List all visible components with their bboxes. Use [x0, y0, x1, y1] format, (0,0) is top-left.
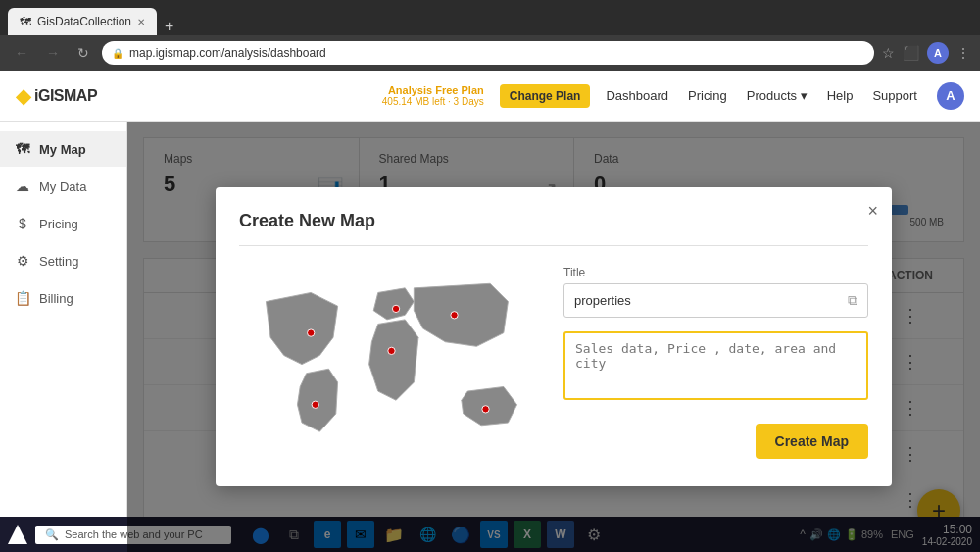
sidebar-item-label: My Map: [39, 142, 86, 157]
bookmark-icon[interactable]: ☆: [882, 45, 895, 61]
change-plan-button[interactable]: Change Plan: [500, 84, 591, 108]
description-form-group: [564, 331, 868, 400]
sidebar-item-label: Setting: [39, 254, 78, 269]
setting-icon: ⚙: [14, 253, 31, 269]
sidebar-item-setting[interactable]: ⚙ Setting: [0, 243, 126, 278]
logo-text: iGISMAP: [34, 87, 97, 105]
logo-icon: ◆: [16, 84, 30, 108]
modal-close-button[interactable]: ×: [867, 201, 878, 222]
address-bar[interactable]: 🔒 map.igismap.com/analysis/dashboard: [102, 41, 874, 65]
back-button[interactable]: ←: [10, 43, 33, 63]
nav-support[interactable]: Support: [872, 88, 917, 103]
svg-point-0: [308, 329, 315, 336]
nav-pricing[interactable]: Pricing: [688, 88, 727, 103]
world-map-svg: [239, 266, 544, 463]
windows-start-icon[interactable]: [8, 525, 27, 544]
extensions-icon[interactable]: ⬛: [903, 45, 919, 61]
world-map-illustration: [239, 266, 544, 463]
nav-help[interactable]: Help: [827, 88, 854, 103]
profile-avatar[interactable]: A: [937, 82, 964, 110]
new-tab-button[interactable]: +: [157, 18, 181, 35]
modal-overlay: Create New Map ×: [127, 122, 980, 552]
svg-point-3: [388, 347, 395, 354]
pricing-icon: $: [14, 216, 31, 231]
title-input-value: properties: [574, 293, 631, 308]
menu-icon[interactable]: ⋮: [956, 45, 970, 61]
title-form-group: Title properties ⧉: [564, 266, 868, 318]
lock-icon: 🔒: [112, 48, 123, 59]
active-tab[interactable]: 🗺 GisDataCollection ✕: [8, 8, 157, 35]
svg-point-4: [312, 401, 318, 408]
plan-detail: 405.14 MB left · 3 Days: [382, 96, 484, 107]
search-icon: 🔍: [45, 528, 59, 541]
nav-dashboard[interactable]: Dashboard: [606, 88, 668, 103]
browser-nav: ← → ↻ 🔒 map.igismap.com/analysis/dashboa…: [0, 35, 980, 71]
svg-point-5: [482, 406, 489, 413]
address-text: map.igismap.com/analysis/dashboard: [129, 46, 326, 60]
description-textarea[interactable]: [564, 331, 868, 400]
copy-icon: ⧉: [848, 292, 858, 309]
modal-body: Title properties ⧉ Create Map: [239, 266, 868, 463]
modal-form: Title properties ⧉ Create Map: [564, 266, 868, 463]
title-label: Title: [564, 266, 868, 279]
sidebar-item-my-map[interactable]: 🗺 My Map: [0, 131, 126, 167]
plan-info: Analysis Free Plan 405.14 MB left · 3 Da…: [382, 84, 484, 107]
browser-profile[interactable]: A: [927, 42, 949, 64]
sidebar-item-label: Pricing: [39, 217, 78, 231]
sidebar-item-my-data[interactable]: ☁ My Data: [0, 169, 126, 204]
nav-links: Dashboard Pricing Products ▾ Help Suppor…: [606, 82, 964, 110]
billing-icon: 📋: [14, 290, 31, 306]
sidebar: 🗺 My Map ☁ My Data $ Pricing ⚙ Setting 📋…: [0, 122, 127, 552]
app-container: ◆ iGISMAP Analysis Free Plan 405.14 MB l…: [0, 71, 980, 552]
svg-point-1: [392, 305, 399, 312]
modal-title: Create New Map: [239, 211, 868, 246]
sidebar-item-label: Billing: [39, 291, 74, 306]
create-map-button[interactable]: Create Map: [756, 424, 868, 459]
forward-button[interactable]: →: [41, 43, 65, 63]
sidebar-item-label: My Data: [39, 179, 86, 194]
map-icon: 🗺: [14, 141, 31, 157]
nav-products[interactable]: Products ▾: [747, 88, 808, 103]
browser-tabs: 🗺 GisDataCollection ✕ +: [8, 0, 181, 35]
svg-point-2: [451, 312, 458, 319]
top-navbar: ◆ iGISMAP Analysis Free Plan 405.14 MB l…: [0, 71, 980, 122]
content-area: Maps 5 📊 Shared Maps 1 ↗ Data 0 Storage …: [127, 122, 980, 552]
create-new-map-modal: Create New Map ×: [216, 187, 892, 486]
tab-label: GisDataCollection: [37, 15, 131, 28]
main-content: 🗺 My Map ☁ My Data $ Pricing ⚙ Setting 📋…: [0, 122, 980, 552]
nav-icons: ☆ ⬛ A ⋮: [882, 42, 970, 64]
plan-name: Analysis Free Plan: [382, 84, 484, 96]
tab-close-icon[interactable]: ✕: [137, 17, 145, 27]
logo: ◆ iGISMAP: [16, 84, 97, 108]
cloud-icon: ☁: [14, 178, 31, 194]
sidebar-item-pricing[interactable]: $ Pricing: [0, 206, 126, 241]
title-input-display[interactable]: properties ⧉: [564, 283, 868, 318]
sidebar-item-billing[interactable]: 📋 Billing: [0, 280, 126, 316]
tab-favicon: 🗺: [20, 15, 31, 28]
browser-chrome: 🗺 GisDataCollection ✕ +: [0, 0, 980, 35]
refresh-button[interactable]: ↻: [73, 43, 94, 63]
